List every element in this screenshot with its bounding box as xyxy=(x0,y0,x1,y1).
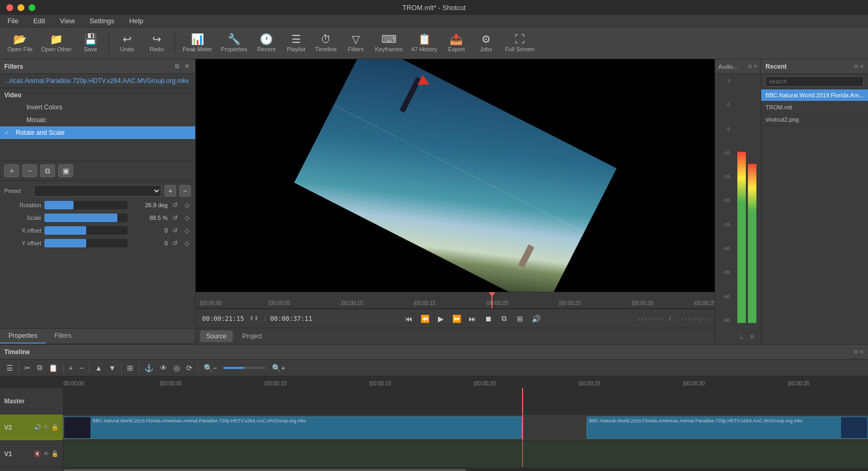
tl-lift-btn[interactable]: ▲ xyxy=(93,362,104,374)
toolbar-keyframes[interactable]: ⌨ Keyframes xyxy=(372,32,406,54)
scrollbar-thumb[interactable] xyxy=(63,469,466,471)
recent-item-1[interactable]: TROM.mlt xyxy=(761,101,868,114)
tl-zoom-in-btn[interactable]: 🔍+ xyxy=(270,362,287,374)
tab-filters[interactable]: Filters xyxy=(46,329,80,344)
rewind-button[interactable]: ⏪ xyxy=(419,313,431,325)
recent-search-input[interactable] xyxy=(765,76,864,87)
param-scale-keyframe[interactable]: ◇ xyxy=(182,214,191,221)
filter-add-button[interactable]: + xyxy=(4,164,19,177)
v2-eye-icon[interactable]: 👁 xyxy=(43,424,49,431)
preset-remove-button[interactable]: − xyxy=(179,185,191,197)
tl-paste-btn[interactable]: 📋 xyxy=(47,362,60,374)
tl-menu-btn[interactable]: ☰ xyxy=(4,362,15,374)
tl-copy-btn[interactable]: ⧉ xyxy=(35,362,44,374)
param-y-offset-reset[interactable]: ↺ xyxy=(171,239,179,247)
param-scale-reset[interactable]: ↺ xyxy=(171,214,179,221)
grid-button[interactable]: ⊞ xyxy=(514,313,526,325)
toolbar-playlist[interactable]: ☰ Playlist xyxy=(282,32,310,54)
toolbar-save[interactable]: 💾 Save xyxy=(77,32,104,54)
toolbar-fullscreen[interactable]: ⛶ Full Screen xyxy=(502,32,538,54)
toggle-zoom-button[interactable]: ⧉ xyxy=(498,313,510,325)
filter-paste-button[interactable]: ▣ xyxy=(58,164,73,177)
tl-remove-btn[interactable]: − xyxy=(77,362,86,374)
tl-add-btn[interactable]: + xyxy=(67,362,75,374)
toolbar-export[interactable]: 📤 Export xyxy=(443,32,470,54)
tl-cut-btn[interactable]: ✂ xyxy=(22,362,33,374)
timeline-detach-btn[interactable]: ⧉ xyxy=(854,349,858,355)
toolbar-timeline[interactable]: ⏱ Timeline xyxy=(312,32,340,54)
zoom-slider[interactable] xyxy=(223,367,266,369)
timeline-scrollbar[interactable] xyxy=(63,467,868,471)
audio-close-btn[interactable]: ✕ xyxy=(753,63,757,70)
v1-eye-icon[interactable]: 👁 xyxy=(43,450,49,457)
recent-item-2[interactable]: shotcut2.png xyxy=(761,114,868,126)
param-x-offset-label: X offset xyxy=(4,227,41,234)
audio-detach-btn[interactable]: ⧉ xyxy=(748,63,752,70)
tl-replace-btn[interactable]: ⟳ xyxy=(184,362,195,374)
recent-close-btn[interactable]: ✕ xyxy=(860,63,864,70)
tab-project[interactable]: Project xyxy=(236,330,268,342)
tl-ripple-btn[interactable]: ◎ xyxy=(171,362,182,374)
param-x-offset-bar[interactable] xyxy=(44,226,127,235)
menu-edit[interactable]: Edit xyxy=(30,16,48,26)
toolbar-recent[interactable]: 🕐 Recent xyxy=(253,32,280,54)
toolbar-properties[interactable]: 🔧 Properties xyxy=(217,32,250,54)
tl-zoom-out-btn[interactable]: 🔍− xyxy=(202,362,219,374)
play-button[interactable]: ▶ xyxy=(435,313,446,325)
param-rotation-keyframe[interactable]: ◇ xyxy=(182,201,191,209)
param-rotation-reset[interactable]: ↺ xyxy=(171,201,179,209)
toolbar-history[interactable]: 📋 47 History xyxy=(408,32,441,54)
toolbar-peak-meter[interactable]: 📊 Peak Meter xyxy=(179,32,215,54)
v2-lock-icon[interactable]: 🔓 xyxy=(51,424,59,431)
tl-clip-v2-1[interactable]: BBC.Natural.World.2019.Florida.Americas.… xyxy=(587,417,868,439)
audio-r-label: R xyxy=(748,334,756,340)
tl-clip-v2-0[interactable]: BBC.Natural.World.2019.Florida.Americas.… xyxy=(63,417,522,439)
menu-view[interactable]: View xyxy=(57,16,78,26)
tab-properties[interactable]: Properties xyxy=(0,329,46,344)
toolbar-redo[interactable]: ↪ Redo xyxy=(143,32,170,54)
toolbar-open-file[interactable]: 📂 Open File xyxy=(4,32,36,54)
filter-remove-button[interactable]: − xyxy=(22,164,37,177)
tl-ripple-trim-btn[interactable]: ⊞ xyxy=(125,362,135,374)
preset-select[interactable] xyxy=(34,185,161,197)
recent-item-0[interactable]: BBC.Natural.World.2019.Florida.Am... xyxy=(761,89,868,101)
tl-overwrite-btn[interactable]: ▼ xyxy=(106,362,118,374)
v1-lock-icon[interactable]: 🔓 xyxy=(51,450,59,457)
go-to-start-button[interactable]: ⏮ xyxy=(403,313,415,325)
toolbar-undo[interactable]: ↩ Undo xyxy=(113,32,141,54)
preset-add-button[interactable]: + xyxy=(165,185,176,197)
volume-button[interactable]: 🔊 xyxy=(530,313,542,325)
go-to-end-button[interactable]: ⏭ xyxy=(467,313,478,325)
menu-help[interactable]: Help xyxy=(126,16,147,26)
filters-panel-detach[interactable]: ⧉ xyxy=(173,62,181,70)
param-y-offset-keyframe[interactable]: ◇ xyxy=(182,239,191,247)
close-button[interactable] xyxy=(6,4,13,11)
filter-item-invert-colors[interactable]: Invert Colors xyxy=(0,101,195,114)
v2-audio-icon[interactable]: 🔊 xyxy=(34,424,41,431)
v1-audio-icon[interactable]: 🔇 xyxy=(34,450,41,457)
tl-scrub-btn[interactable]: 👁 xyxy=(158,362,169,374)
toolbar-filters[interactable]: ▽ Filters xyxy=(342,32,370,54)
toolbar-open-other[interactable]: 📁 Open Other xyxy=(38,32,75,54)
param-x-offset-reset[interactable]: ↺ xyxy=(171,227,179,234)
tl-snap-btn[interactable]: ⚓ xyxy=(142,362,156,374)
menu-settings[interactable]: Settings xyxy=(86,16,117,26)
filters-panel-close[interactable]: ✕ xyxy=(183,62,191,70)
fast-forward-button[interactable]: ⏩ xyxy=(451,313,462,325)
tab-source[interactable]: Source xyxy=(200,330,233,342)
param-scale-bar[interactable] xyxy=(44,214,127,222)
param-y-offset-bar[interactable] xyxy=(44,239,127,247)
stop-button[interactable]: ⏹ xyxy=(482,313,494,325)
recent-detach-btn[interactable]: ⧉ xyxy=(854,63,858,70)
param-rotation-bar[interactable] xyxy=(44,201,127,209)
toolbar-jobs[interactable]: ⚙ Jobs xyxy=(472,32,500,54)
param-y-offset-label: Y offset xyxy=(4,240,41,246)
filter-item-mosaic[interactable]: Mosaic xyxy=(0,114,195,126)
menu-file[interactable]: File xyxy=(4,16,22,26)
minimize-button[interactable] xyxy=(17,4,24,11)
param-x-offset-keyframe[interactable]: ◇ xyxy=(182,227,191,234)
maximize-button[interactable] xyxy=(29,4,35,11)
filter-item-rotate-scale[interactable]: ✓ Rotate and Scale xyxy=(0,126,195,139)
filter-copy-button[interactable]: ⧉ xyxy=(40,164,55,177)
timeline-close-btn[interactable]: ✕ xyxy=(860,349,864,355)
